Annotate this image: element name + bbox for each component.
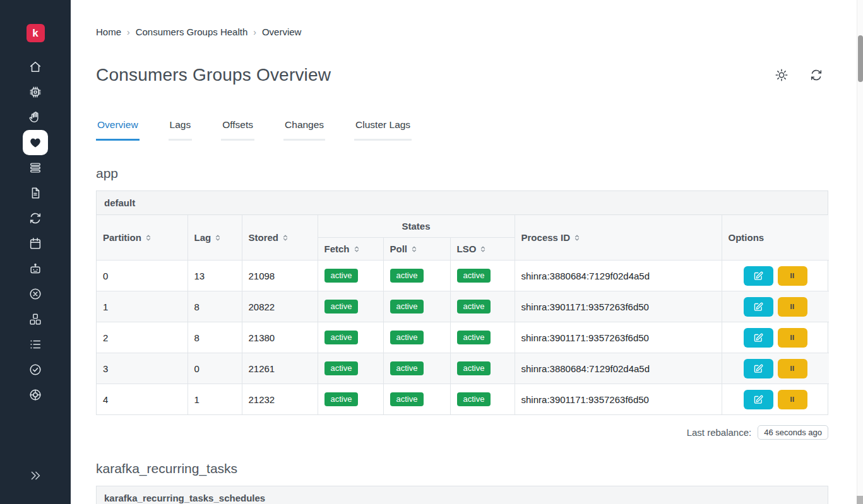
edit-offset-button[interactable] [744, 328, 773, 348]
stored-cell: 21380 [242, 322, 318, 353]
status-badge: active [457, 331, 491, 344]
sidebar-item-health[interactable] [23, 130, 48, 155]
pause-icon [787, 302, 797, 312]
pause-icon [787, 271, 797, 281]
pause-partition-button[interactable] [778, 266, 807, 286]
sidebar-item-routing[interactable] [23, 155, 48, 180]
status-badge: active [324, 331, 359, 344]
sidebar-item-jobs[interactable] [23, 105, 48, 130]
sidebar-collapse-button[interactable] [0, 469, 71, 483]
pause-partition-button[interactable] [778, 297, 807, 317]
column-header-fetch[interactable]: Fetch [318, 238, 383, 261]
last-rebalance-label: Last rebalance: [687, 427, 752, 438]
list-icon [28, 337, 42, 351]
double-chevron-right-icon [28, 469, 42, 483]
status-badge: active [390, 269, 424, 283]
column-header-poll[interactable]: Poll [383, 238, 450, 261]
circle-x-icon [28, 287, 42, 301]
pause-partition-button[interactable] [778, 328, 807, 348]
status-badge: active [457, 392, 491, 406]
pencil-square-icon [753, 302, 764, 312]
partition-cell: 0 [97, 261, 187, 291]
process-id-cell: shinra:3901171:9357263f6d50 [515, 291, 722, 322]
tab-overview[interactable]: Overview [96, 119, 140, 141]
pencil-square-icon [753, 271, 764, 281]
breadcrumb-separator: › [127, 27, 130, 37]
fetch-state-cell: active [318, 384, 383, 415]
tab-cluster-lags[interactable]: Cluster Lags [354, 119, 412, 141]
lag-cell: 8 [187, 291, 242, 322]
sidebar-item-dlq[interactable] [23, 256, 48, 281]
consumer-group-title-recurring-tasks: karafka_recurring_tasks [96, 461, 828, 476]
check-circle-icon [28, 363, 42, 377]
table-row: 2 8 21380 active active active shinra:39… [97, 322, 829, 353]
pause-icon [787, 332, 797, 343]
sidebar-item-scheduled-messages[interactable] [23, 231, 48, 256]
pause-partition-button[interactable] [778, 390, 807, 409]
status-badge: active [390, 361, 424, 375]
sort-icon [410, 245, 418, 253]
column-header-options: Options [722, 215, 829, 261]
edit-offset-button[interactable] [744, 359, 773, 378]
boxes-icon [28, 312, 42, 326]
column-header-process-id[interactable]: Process ID [515, 215, 722, 261]
lag-cell: 0 [187, 353, 242, 384]
status-badge: active [457, 269, 491, 283]
partitions-table: Partition Lag Stored States Process ID O… [97, 215, 829, 414]
page-title: Consumers Groups Overview [96, 65, 331, 85]
sort-icon [145, 234, 152, 242]
breadcrumb-link-overview[interactable]: Overview [262, 26, 302, 37]
sidebar-item-cluster[interactable] [23, 307, 48, 332]
partition-cell: 2 [97, 322, 187, 353]
status-badge: active [324, 361, 359, 375]
options-cell [722, 291, 829, 322]
sidebar-item-explorer[interactable] [23, 180, 48, 206]
refresh-button[interactable] [809, 68, 823, 82]
status-badge: active [324, 300, 359, 314]
sidebar-item-errors[interactable] [23, 281, 48, 307]
tab-offsets[interactable]: Offsets [221, 119, 254, 141]
scrollbar-thumb[interactable] [858, 35, 863, 82]
status-badge: active [390, 392, 424, 406]
status-badge: active [390, 331, 424, 344]
theme-toggle-button[interactable] [775, 68, 789, 82]
column-header-lso[interactable]: LSO [450, 238, 515, 261]
last-rebalance-value-badge: 46 seconds ago [758, 425, 828, 440]
table-row: 1 8 20822 active active active shinra:39… [97, 291, 829, 322]
header-actions [775, 68, 823, 82]
edit-offset-button[interactable] [744, 390, 773, 409]
lso-state-cell: active [450, 261, 515, 291]
wheel-icon [28, 388, 42, 402]
sidebar-item-recurring-tasks[interactable] [23, 206, 48, 231]
tab-changes[interactable]: Changes [283, 119, 325, 141]
vertical-scrollbar[interactable] [857, 0, 863, 504]
hand-icon [28, 110, 42, 124]
stored-cell: 20822 [242, 291, 318, 322]
column-header-lag[interactable]: Lag [187, 215, 242, 261]
sidebar: k [0, 0, 71, 504]
edit-offset-button[interactable] [744, 297, 773, 317]
poll-state-cell: active [383, 261, 450, 291]
partition-cell: 1 [97, 291, 187, 322]
status-badge: active [324, 269, 359, 283]
sidebar-item-topics[interactable] [23, 332, 48, 357]
sidebar-item-status[interactable] [23, 357, 48, 382]
column-header-partition[interactable]: Partition [97, 215, 187, 261]
lso-state-cell: active [450, 384, 515, 415]
partition-cell: 4 [97, 384, 187, 415]
stack-icon [28, 161, 42, 175]
sort-icon [353, 245, 360, 253]
pause-partition-button[interactable] [778, 359, 807, 378]
breadcrumb-link-consumers-groups-health[interactable]: Consumers Groups Health [136, 26, 248, 37]
karafka-logo[interactable]: k [27, 24, 45, 42]
tab-lags[interactable]: Lags [169, 119, 193, 141]
sidebar-item-support[interactable] [23, 382, 48, 407]
sidebar-item-dashboard[interactable] [23, 54, 48, 79]
sort-icon [573, 234, 581, 242]
sun-icon [775, 68, 789, 82]
edit-offset-button[interactable] [744, 266, 773, 286]
subscription-group-name: karafka_recurring_tasks_schedules [97, 486, 828, 504]
sidebar-item-consumers[interactable] [23, 79, 48, 105]
column-header-stored[interactable]: Stored [242, 215, 318, 261]
breadcrumb-link-home[interactable]: Home [96, 26, 121, 37]
